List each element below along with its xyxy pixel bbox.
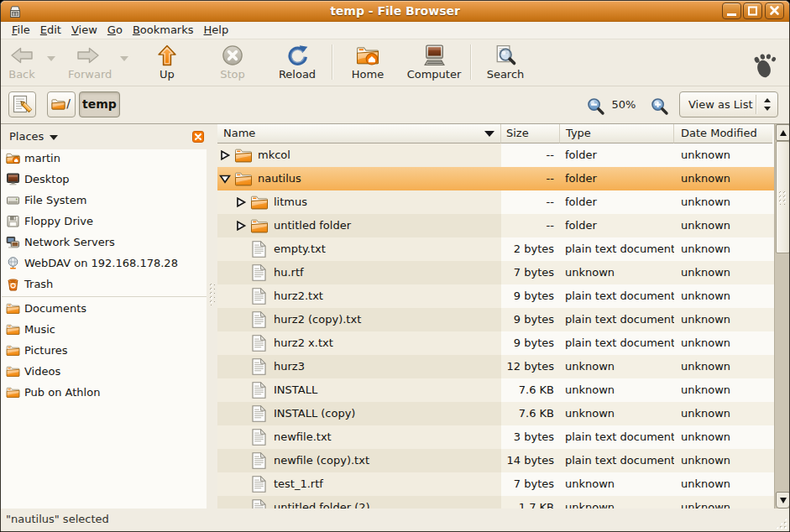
sidebar-title-select[interactable]: Places	[9, 124, 44, 149]
zoom-in-button[interactable]	[651, 97, 669, 116]
folder-icon	[234, 171, 253, 186]
vertical-scrollbar[interactable]	[774, 124, 789, 509]
sidebar-item[interactable]: File System	[1, 190, 207, 211]
cell-date-modified: unknown	[674, 378, 772, 402]
menu-item[interactable]: View	[66, 22, 102, 39]
table-row[interactable]: hurz2 x.txt 9 bytes plain text document …	[217, 331, 774, 355]
scroll-up-button[interactable]	[776, 124, 790, 141]
sidebar-item[interactable]: WebDAV on 192.168.178.28	[1, 253, 207, 274]
column-header[interactable]: Date Modified	[674, 124, 772, 143]
cell-type: plain text document	[560, 308, 674, 331]
cell-size: 3 bytes	[501, 425, 560, 449]
sidebar-item[interactable]: Music	[1, 319, 207, 340]
root-path-label: /	[66, 96, 71, 110]
table-row[interactable]: hurz3 12 bytes unknown unknown	[217, 355, 774, 378]
table-row[interactable]: mkcol -- folder unknown	[217, 143, 774, 167]
menu-item[interactable]: Bookmarks	[128, 22, 199, 39]
toolbar-button[interactable]: Back	[2, 44, 42, 82]
sidebar-item-label: Trash	[24, 274, 53, 295]
table-row[interactable]: empty.txt 2 bytes plain text document un…	[217, 237, 774, 261]
table-row[interactable]: INSTALL (copy) 7.6 KB unknown unknown	[217, 402, 774, 425]
table-row[interactable]: newfile (copy).txt 14 bytes plain text d…	[217, 449, 774, 472]
places-sidebar: Places martin Desktop	[1, 124, 207, 509]
toolbar-button[interactable]: Stop	[212, 44, 253, 82]
toolbar-button[interactable]: Reload	[274, 44, 321, 82]
table-row[interactable]: hurz2.txt 9 bytes plain text document un…	[217, 284, 774, 308]
sidebar-item[interactable]: Videos	[1, 361, 207, 382]
scroll-up-icon	[780, 130, 787, 136]
view-mode-select[interactable]: View as List	[679, 91, 778, 117]
table-row[interactable]: untitled folder -- folder unknown	[217, 214, 774, 237]
file-name: litmus	[273, 190, 307, 214]
file-name: nautilus	[257, 167, 301, 190]
file-name: test_1.rtf	[273, 472, 323, 496]
expander-icon[interactable]	[235, 221, 247, 231]
home-folder-icon	[6, 151, 20, 165]
toolbar-button[interactable]: Up	[147, 44, 187, 82]
table-row[interactable]: nautilus -- folder unknown	[217, 167, 774, 190]
menu-item[interactable]: Help	[199, 22, 234, 39]
text-file-icon	[252, 499, 266, 509]
text-file-icon	[252, 241, 266, 258]
sidebar-item[interactable]: Trash	[1, 274, 207, 295]
pane-splitter[interactable]	[207, 124, 217, 509]
toolbar-button[interactable]: Computer	[406, 44, 462, 82]
menu-item[interactable]: File	[7, 22, 35, 39]
table-row[interactable]: newfile.txt 3 bytes plain text document …	[217, 425, 774, 449]
cell-name: mkcol	[217, 143, 501, 167]
view-mode-value: View as List	[688, 92, 753, 117]
column-header[interactable]: Name	[217, 124, 501, 143]
path-button-current[interactable]: temp	[79, 91, 120, 117]
cell-date-modified: unknown	[674, 402, 772, 425]
cell-name: INSTALL (copy)	[217, 402, 501, 425]
file-name: INSTALL	[273, 378, 317, 402]
toolbar-button[interactable]: Forward	[68, 44, 108, 82]
menu-item[interactable]: Edit	[35, 22, 66, 39]
menu-item[interactable]: Go	[102, 22, 128, 39]
column-header[interactable]: Size	[501, 124, 560, 143]
table-row[interactable]: hu.rtf 7 bytes unknown unknown	[217, 261, 774, 284]
sidebar-item[interactable]: Pictures	[1, 340, 207, 361]
resize-grip[interactable]	[775, 517, 787, 529]
webdav-icon	[6, 256, 20, 270]
sidebar-item[interactable]: Documents	[1, 298, 207, 319]
sidebar-item[interactable]: Pub on Athlon	[1, 382, 207, 403]
file-type-icon	[250, 404, 269, 423]
cell-name: hurz2 (copy).txt	[217, 308, 501, 331]
scrollbar-thumb[interactable]	[776, 141, 790, 253]
toolbar-button-icon	[2, 44, 42, 67]
cell-size: 9 bytes	[501, 308, 560, 331]
expander-icon[interactable]	[219, 174, 231, 184]
toolbar-button-icon	[348, 44, 388, 67]
scroll-down-button[interactable]	[776, 492, 790, 509]
expander-icon[interactable]	[219, 150, 231, 160]
column-header[interactable]: Type	[560, 124, 674, 143]
toolbar-separator	[470, 44, 471, 80]
sidebar-close-button[interactable]	[191, 130, 205, 143]
table-row[interactable]: test_1.rtf 7 bytes unknown unknown	[217, 472, 774, 496]
toolbar-button[interactable]: Search	[484, 44, 527, 82]
splitter-grip	[210, 284, 215, 305]
file-name: hurz2.txt	[273, 284, 323, 308]
file-name: INSTALL (copy)	[273, 402, 355, 425]
minimize-button[interactable]	[722, 3, 741, 19]
sidebar-item[interactable]: Network Servers	[1, 232, 207, 253]
zoom-out-button[interactable]	[587, 97, 605, 116]
expander-icon[interactable]	[235, 197, 247, 207]
cell-size: --	[501, 214, 560, 237]
toolbar-button[interactable]: Home	[348, 44, 388, 82]
maximize-button[interactable]	[743, 3, 762, 19]
titlebar[interactable]: temp - File Browser	[1, 1, 789, 22]
sidebar-item[interactable]: Floppy Drive	[1, 211, 207, 232]
sidebar-item[interactable]: martin	[1, 148, 207, 169]
table-row[interactable]: litmus -- folder unknown	[217, 190, 774, 214]
sidebar-item[interactable]: Desktop	[1, 169, 207, 190]
table-row[interactable]: INSTALL 7.6 KB unknown unknown	[217, 378, 774, 402]
text-file-icon	[252, 405, 266, 422]
table-row[interactable]: hurz2 (copy).txt 9 bytes plain text docu…	[217, 308, 774, 331]
table-row[interactable]: untitled folder (2) 1.7 KB unknown unkno…	[217, 496, 774, 509]
root-path-button[interactable]: /	[47, 91, 76, 117]
cell-name: newfile (copy).txt	[217, 449, 501, 472]
edit-location-button[interactable]	[8, 91, 36, 117]
close-button[interactable]	[765, 3, 784, 19]
